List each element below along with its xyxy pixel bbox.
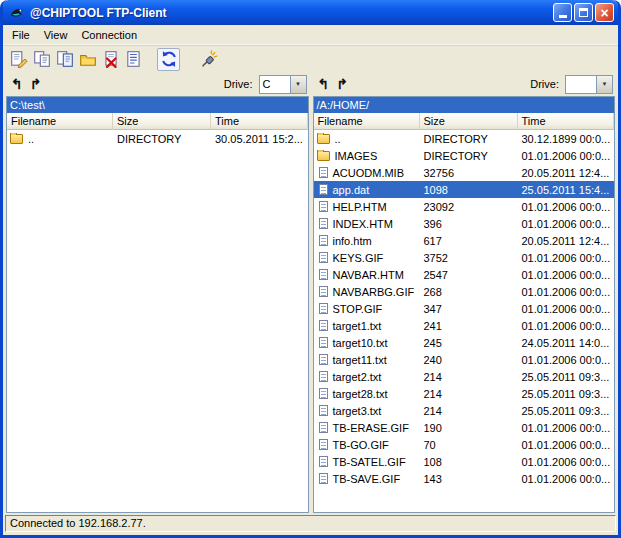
file-row[interactable]: INDEX.HTM39601.01.2006 00:0... bbox=[314, 215, 615, 232]
time-text: 25.05.2011 15:4... bbox=[518, 184, 615, 196]
maximize-button[interactable] bbox=[574, 3, 593, 22]
file-icon bbox=[319, 167, 328, 178]
file-row[interactable]: HELP.HTM2309201.01.2006 00:0... bbox=[314, 198, 615, 215]
close-icon: × bbox=[600, 6, 608, 20]
local-path-bar: C:\test\ bbox=[7, 97, 308, 113]
time-text: 01.01.2006 00:0... bbox=[518, 218, 615, 230]
file-row[interactable]: target3.txt21425.05.2011 09:3... bbox=[314, 402, 615, 419]
remote-header-time[interactable]: Time bbox=[518, 113, 615, 130]
time-text: 01.01.2006 00:0... bbox=[518, 269, 615, 281]
chevron-down-icon[interactable]: ▼ bbox=[290, 76, 306, 93]
local-listframe: C:\test\ Filename Size Time ..DIRECTORY3… bbox=[6, 96, 309, 513]
chevron-down-icon[interactable]: ▼ bbox=[596, 76, 612, 93]
close-button[interactable]: × bbox=[595, 3, 614, 22]
local-back-arrow-button[interactable]: ↰ bbox=[8, 75, 25, 93]
minimize-button[interactable] bbox=[553, 3, 572, 22]
file-row[interactable]: IMAGESDIRECTORY01.01.2006 00:0... bbox=[314, 147, 615, 164]
size-text: 347 bbox=[420, 303, 518, 315]
file-row[interactable]: TB-GO.GIF7001.01.2006 00:0... bbox=[314, 436, 615, 453]
remote-drive-select[interactable]: ▼ bbox=[565, 75, 613, 94]
filename-text: TB-SATEL.GIF bbox=[333, 456, 406, 468]
remote-back-arrow-button[interactable]: ↰ bbox=[315, 75, 332, 93]
filename-text: info.htm bbox=[333, 235, 372, 247]
local-drive-value: C bbox=[260, 76, 290, 93]
file-icon bbox=[319, 405, 328, 416]
folder-icon bbox=[317, 134, 330, 144]
time-text: 01.01.2006 00:0... bbox=[518, 439, 615, 451]
filename-text: .. bbox=[28, 133, 34, 145]
time-text: 01.01.2006 00:0... bbox=[518, 320, 615, 332]
local-header-size[interactable]: Size bbox=[113, 113, 211, 130]
file-icon bbox=[319, 439, 328, 450]
remote-panel: ↰ ↱ Drive: ▼ /A:/HOME/ Filename Size Tim… bbox=[313, 72, 616, 513]
copy-button[interactable] bbox=[30, 48, 53, 71]
menu-connection[interactable]: Connection bbox=[74, 27, 144, 43]
local-header-filename[interactable]: Filename bbox=[7, 113, 113, 130]
toolbar bbox=[3, 45, 618, 72]
file-row[interactable]: STOP.GIF34701.01.2006 00:0... bbox=[314, 300, 615, 317]
file-row[interactable]: app.dat109825.05.2011 15:4... bbox=[314, 181, 615, 198]
size-text: 108 bbox=[420, 456, 518, 468]
size-text: 268 bbox=[420, 286, 518, 298]
window-title: @CHIPTOOL FTP-Client bbox=[30, 6, 553, 20]
remote-path-bar: /A:/HOME/ bbox=[314, 97, 615, 113]
view-button[interactable] bbox=[122, 48, 145, 71]
file-row[interactable]: ..DIRECTORY30.05.2011 15:2... bbox=[7, 130, 308, 147]
remote-header-filename[interactable]: Filename bbox=[314, 113, 420, 130]
status-text: Connected to 192.168.2.77. bbox=[5, 515, 616, 532]
file-row[interactable]: target28.txt21425.05.2011 09:3... bbox=[314, 385, 615, 402]
size-text: 143 bbox=[420, 473, 518, 485]
file-row[interactable]: ACUODM.MIB3275620.05.2011 12:4... bbox=[314, 164, 615, 181]
file-row[interactable]: target10.txt24524.05.2011 14:0... bbox=[314, 334, 615, 351]
connect-button[interactable] bbox=[198, 48, 221, 71]
rename-button[interactable] bbox=[7, 48, 30, 71]
file-row[interactable]: NAVBAR.HTM254701.01.2006 00:0... bbox=[314, 266, 615, 283]
refresh-button[interactable] bbox=[157, 48, 180, 71]
file-row[interactable]: target2.txt21425.05.2011 09:3... bbox=[314, 368, 615, 385]
remote-header-size[interactable]: Size bbox=[420, 113, 518, 130]
new-folder-button[interactable] bbox=[76, 48, 99, 71]
size-text: 23092 bbox=[420, 201, 518, 213]
time-text: 25.05.2011 09:3... bbox=[518, 405, 615, 417]
remote-forward-arrow-button[interactable]: ↱ bbox=[334, 75, 351, 93]
file-icon bbox=[319, 201, 328, 212]
time-text: 20.05.2011 12:4... bbox=[518, 167, 615, 179]
file-row[interactable]: TB-ERASE.GIF19001.01.2006 00:0... bbox=[314, 419, 615, 436]
delete-button[interactable] bbox=[99, 48, 122, 71]
size-text: DIRECTORY bbox=[420, 150, 518, 162]
file-icon bbox=[319, 303, 328, 314]
file-row[interactable]: target11.txt24001.01.2006 00:0... bbox=[314, 351, 615, 368]
local-header-time[interactable]: Time bbox=[211, 113, 308, 130]
file-row[interactable]: target1.txt24101.01.2006 00:0... bbox=[314, 317, 615, 334]
size-text: 241 bbox=[420, 320, 518, 332]
menu-view[interactable]: View bbox=[37, 27, 75, 43]
file-row[interactable]: ..DIRECTORY30.12.1899 00:0... bbox=[314, 130, 615, 147]
filename-text: IMAGES bbox=[335, 150, 378, 162]
filename-text: target10.txt bbox=[333, 337, 388, 349]
remote-drive-label: Drive: bbox=[530, 78, 559, 90]
maximize-icon bbox=[579, 8, 588, 17]
local-file-list: ..DIRECTORY30.05.2011 15:2... bbox=[7, 130, 308, 512]
filename-text: NAVBARBG.GIF bbox=[333, 286, 415, 298]
filename-text: app.dat bbox=[333, 184, 370, 196]
folder-icon bbox=[317, 151, 330, 161]
titlebar[interactable]: @CHIPTOOL FTP-Client × bbox=[3, 0, 618, 25]
file-row[interactable]: KEYS.GIF375201.01.2006 00:0... bbox=[314, 249, 615, 266]
file-icon bbox=[319, 354, 328, 365]
file-row[interactable]: TB-SAVE.GIF14301.01.2006 00:0... bbox=[314, 470, 615, 487]
file-row[interactable]: TB-SATEL.GIF10801.01.2006 00:0... bbox=[314, 453, 615, 470]
paste-button[interactable] bbox=[53, 48, 76, 71]
file-row[interactable]: NAVBARBG.GIF26801.01.2006 00:0... bbox=[314, 283, 615, 300]
statusbar: Connected to 192.168.2.77. bbox=[3, 513, 618, 535]
time-text: 20.05.2011 12:4... bbox=[518, 235, 615, 247]
filename-text: TB-SAVE.GIF bbox=[333, 473, 401, 485]
menubar: File View Connection bbox=[3, 25, 618, 45]
time-text: 25.05.2011 09:3... bbox=[518, 371, 615, 383]
local-drive-select[interactable]: C ▼ bbox=[259, 75, 307, 94]
size-text: 240 bbox=[420, 354, 518, 366]
local-forward-arrow-button[interactable]: ↱ bbox=[27, 75, 44, 93]
time-text: 01.01.2006 00:0... bbox=[518, 150, 615, 162]
file-row[interactable]: info.htm61720.05.2011 12:4... bbox=[314, 232, 615, 249]
menu-file[interactable]: File bbox=[5, 27, 37, 43]
file-icon bbox=[319, 422, 328, 433]
